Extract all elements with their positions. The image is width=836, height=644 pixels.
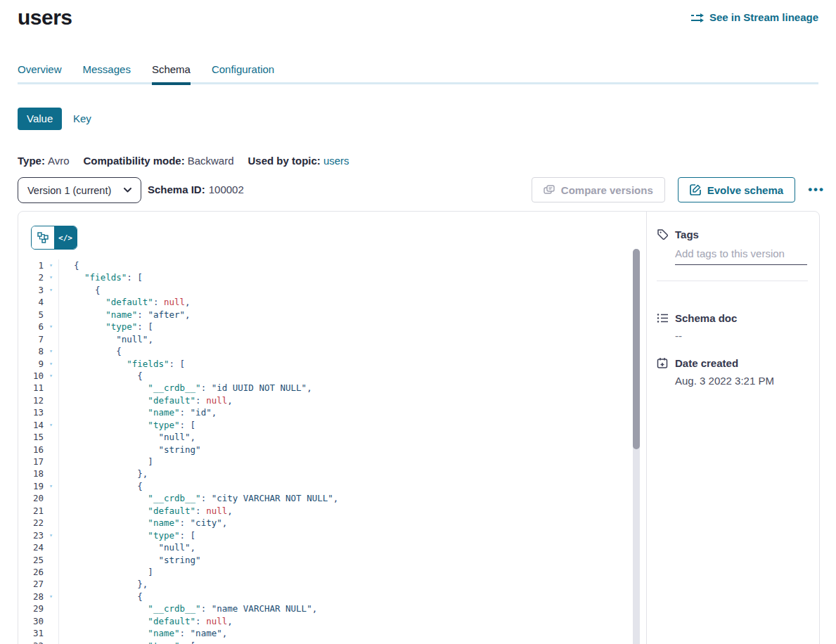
tab-overview[interactable]: Overview — [18, 63, 62, 84]
code-scrollbar[interactable] — [633, 249, 640, 644]
code-line: 20 "__crdb__": "city VARCHAR NOT NULL", — [18, 492, 646, 504]
fold-toggle-icon[interactable]: ▾ — [44, 480, 58, 492]
fold-toggle-icon[interactable]: ▾ — [44, 271, 58, 283]
compare-versions-button[interactable]: Compare versions — [532, 177, 665, 202]
code-text: "string" — [58, 444, 201, 456]
line-number: 19 — [18, 480, 44, 492]
code-line: 22 "name": "city", — [18, 517, 646, 529]
tree-view-button[interactable] — [32, 226, 54, 249]
code-text: "string" — [58, 554, 201, 566]
code-line: 16 "string" — [18, 444, 646, 456]
schema-doc-title: Schema doc — [675, 312, 737, 324]
code-view-button[interactable]: </> — [54, 226, 77, 249]
schema-actions: Compare versions Evolve schema ••• — [532, 177, 825, 202]
code-scrollbar-thumb[interactable] — [633, 249, 640, 449]
line-number: 1 — [18, 259, 44, 271]
line-number: 20 — [18, 492, 44, 504]
code-line: 26 ] — [18, 566, 646, 578]
code-text: "__crdb__": "name VARCHAR NULL", — [58, 603, 317, 614]
code-text: "null", — [58, 541, 195, 553]
fold-toggle-icon[interactable]: ▾ — [44, 370, 58, 382]
lineage-link-label: See in Stream lineage — [709, 11, 818, 23]
fold-toggle-icon[interactable]: ▾ — [44, 529, 58, 541]
code-line: 4 "default": null, — [18, 296, 646, 308]
value-toggle-button[interactable]: Value — [18, 108, 62, 130]
code-line: 10▾ { — [18, 370, 646, 382]
line-number: 6 — [18, 321, 44, 333]
fold-spacer — [44, 505, 58, 517]
line-number: 21 — [18, 505, 44, 517]
version-select[interactable]: Version 1 (current) — [18, 177, 141, 203]
fold-spacer — [44, 333, 58, 345]
line-number: 11 — [18, 382, 44, 394]
fold-toggle-icon[interactable]: ▾ — [44, 345, 58, 357]
code-text: "__crdb__": "city VARCHAR NOT NULL", — [58, 492, 338, 504]
line-number: 29 — [18, 603, 44, 614]
code-text: "null", — [58, 431, 195, 443]
line-number: 14 — [18, 419, 44, 431]
line-number: 15 — [18, 431, 44, 443]
code-line: 2▾ "fields": [ — [18, 271, 646, 283]
date-created-title: Date created — [675, 357, 738, 369]
add-tags-input[interactable] — [675, 247, 807, 265]
line-number: 2 — [18, 271, 44, 283]
code-text: "name": "city", — [58, 517, 227, 529]
code-line: 7 "null", — [18, 333, 646, 345]
schema-code-panel: </> 1▾{2▾ "fields": [3▾ {4 "default": nu… — [18, 212, 647, 644]
tab-configuration[interactable]: Configuration — [212, 63, 274, 84]
fold-spacer — [44, 578, 58, 590]
gutter-divider — [58, 259, 59, 644]
code-text: }, — [58, 578, 148, 590]
code-text: "type": [ — [58, 419, 195, 431]
fold-toggle-icon[interactable]: ▾ — [44, 419, 58, 431]
code-line: 6▾ "type": [ — [18, 321, 646, 333]
schema-code-editor[interactable]: 1▾{2▾ "fields": [3▾ {4 "default": null,5… — [18, 259, 646, 644]
evolve-schema-button[interactable]: Evolve schema — [678, 177, 795, 202]
fold-spacer — [44, 554, 58, 566]
tree-view-icon — [37, 232, 49, 243]
code-text: "default": null, — [58, 394, 233, 406]
fold-toggle-icon[interactable]: ▾ — [44, 358, 58, 370]
line-number: 24 — [18, 541, 44, 553]
fold-spacer — [44, 615, 58, 627]
code-line: 15 "null", — [18, 431, 646, 443]
fold-spacer — [44, 541, 58, 553]
fold-toggle-icon[interactable]: ▾ — [44, 591, 58, 603]
fold-spacer — [44, 517, 58, 529]
fold-toggle-icon[interactable]: ▾ — [44, 321, 58, 333]
code-text: "name": "name", — [58, 627, 227, 639]
list-icon — [657, 313, 669, 323]
code-text: "default": null, — [58, 505, 233, 517]
key-toggle-button[interactable]: Key — [73, 112, 91, 124]
code-view-icon: </> — [58, 233, 72, 243]
schema-meta-row: Type:Avro Compatibility mode:Backward Us… — [18, 155, 349, 167]
compatibility-field: Compatibility mode:Backward — [83, 155, 233, 167]
stream-lineage-icon — [691, 13, 705, 22]
fold-spacer — [44, 492, 58, 504]
fold-toggle-icon[interactable]: ▾ — [44, 284, 58, 296]
fold-toggle-icon[interactable]: ▾ — [44, 259, 58, 271]
code-text: "default": null, — [58, 615, 233, 627]
type-field: Type:Avro — [18, 155, 69, 167]
tab-bar: OverviewMessagesSchemaConfiguration — [18, 63, 818, 85]
code-line: 1▾{ — [18, 259, 646, 271]
tab-schema[interactable]: Schema — [152, 63, 191, 84]
line-number: 12 — [18, 394, 44, 406]
code-line: 17 ] — [18, 456, 646, 468]
more-actions-button[interactable]: ••• — [808, 183, 825, 197]
tags-title: Tags — [675, 228, 699, 240]
fold-spacer — [44, 406, 58, 418]
see-in-stream-lineage-link[interactable]: See in Stream lineage — [691, 11, 818, 23]
tab-messages[interactable]: Messages — [83, 63, 131, 84]
fold-toggle-icon[interactable]: ▾ — [44, 640, 58, 644]
schema-view-toggle: </> — [31, 226, 77, 250]
schema-doc-header: Schema doc — [657, 312, 808, 324]
fold-spacer — [44, 603, 58, 614]
line-number: 25 — [18, 554, 44, 566]
line-number: 18 — [18, 468, 44, 479]
line-number: 9 — [18, 358, 44, 370]
line-number: 5 — [18, 309, 44, 321]
line-number: 8 — [18, 345, 44, 357]
fold-spacer — [44, 566, 58, 578]
topic-link[interactable]: users — [323, 155, 349, 167]
